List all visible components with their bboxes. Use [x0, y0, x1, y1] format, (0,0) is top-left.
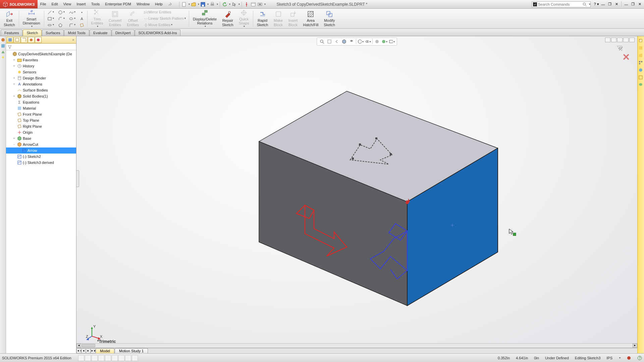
exit-sketch-button[interactable]: Exit Sketch	[1, 9, 17, 28]
lights-icon[interactable]	[1, 56, 5, 60]
taskpane-custom-props-icon[interactable]	[638, 75, 644, 80]
line-tool[interactable]: ▾	[46, 9, 56, 15]
slot-tool[interactable]: ▾	[46, 22, 56, 28]
taskpane-appearances-icon[interactable]	[638, 68, 644, 73]
macro-rec-btn[interactable]	[92, 355, 98, 361]
tab-features[interactable]: Features	[1, 29, 22, 36]
tree-item-surface-bodies[interactable]: Surface Bodies	[6, 87, 76, 93]
rectangle-tool[interactable]: ▾	[46, 16, 56, 22]
print-button[interactable]	[209, 1, 215, 7]
vp-link[interactable]	[629, 38, 635, 42]
scene-icon[interactable]	[1, 50, 5, 54]
menu-insert[interactable]: Insert	[74, 1, 89, 8]
tab-last[interactable]: ►►	[91, 349, 95, 353]
new-button[interactable]	[181, 1, 187, 7]
tab-dimxpert[interactable]: DimXpert	[112, 29, 135, 36]
fm-tab-display[interactable]	[35, 37, 42, 43]
linear-pattern-button[interactable]: Linear Sketch Pattern▾	[142, 16, 187, 22]
cancel-sketch-icon[interactable]: ✕	[622, 52, 630, 63]
options-button[interactable]	[250, 1, 256, 7]
modify-sketch-button[interactable]: Modify Sketch	[321, 9, 337, 28]
convert-entities-button[interactable]: Convert Entities	[106, 9, 124, 28]
expand-toggle[interactable]: +	[12, 64, 16, 68]
search-input[interactable]	[538, 2, 582, 6]
doc-restore[interactable]: ❐	[607, 1, 613, 7]
section-button[interactable]	[341, 39, 347, 45]
units-selector[interactable]	[78, 355, 84, 361]
spline-tool[interactable]: ▾	[67, 9, 77, 15]
select-dropdown[interactable]: ▾	[238, 3, 240, 6]
help-dropdown[interactable]: ? ▾	[593, 1, 599, 7]
doc-minimize[interactable]: —	[600, 1, 606, 7]
menu-pdm[interactable]: Enterprise PDM	[102, 1, 134, 8]
menu-window[interactable]: Window	[134, 1, 152, 8]
point-tool[interactable]	[78, 9, 86, 15]
screen-capture-button[interactable]	[257, 1, 263, 7]
view-orient-button[interactable]	[348, 39, 355, 45]
app-close[interactable]: ✕	[637, 1, 643, 7]
print-dropdown[interactable]: ▾	[217, 3, 218, 6]
tree-item-arrow[interactable]: Arrow	[6, 147, 76, 154]
menu-tools[interactable]: Tools	[89, 1, 103, 8]
tree-item-equations[interactable]: ΣEquations	[6, 99, 76, 105]
open-dropdown[interactable]: ▾	[198, 3, 199, 6]
vp-4[interactable]	[623, 38, 629, 42]
tree-item-arrowcut[interactable]: -ArrowCut	[6, 141, 76, 147]
tree-item--sketch2[interactable]: (-) Sketch2	[6, 154, 76, 160]
tab-prev[interactable]: ◄	[81, 349, 86, 353]
quickfilter-1[interactable]	[118, 355, 124, 361]
save-dropdown[interactable]: ▾	[207, 3, 209, 6]
taskpane-forum-icon[interactable]	[638, 82, 644, 88]
tree-item-origin[interactable]: Origin	[6, 129, 76, 135]
tree-item--sketch3-derived[interactable]: (-) Sketch3 derived	[6, 160, 76, 166]
tab-sketch[interactable]: Sketch	[23, 29, 42, 36]
tree-item-history[interactable]: +History	[6, 63, 76, 69]
quickfilter-2[interactable]	[125, 355, 131, 361]
capture-dropdown[interactable]: ▾	[264, 3, 266, 6]
trim-entities-button[interactable]: Trim Entities▾	[89, 9, 106, 28]
expand-toggle[interactable]: +	[12, 76, 16, 80]
expand-toggle[interactable]: +	[12, 82, 16, 86]
plane-tool[interactable]	[78, 22, 86, 28]
rebuild-button[interactable]	[244, 1, 250, 7]
polygon-tool[interactable]	[56, 22, 66, 28]
menu-file[interactable]: File	[38, 1, 49, 8]
circle-tool[interactable]: ▾	[56, 9, 66, 15]
measure-btn[interactable]	[85, 355, 91, 361]
taskpane-view-palette-icon[interactable]	[638, 60, 644, 66]
fm-expand-arrow[interactable]: »	[71, 38, 75, 42]
repair-sketch-button[interactable]: Repair Sketch	[220, 9, 236, 28]
fm-tab-property[interactable]	[14, 37, 20, 43]
taskpane-design-lib-icon[interactable]	[638, 46, 644, 51]
app-minimize[interactable]: —	[623, 1, 629, 7]
tree-root[interactable]: CopyDerivedSketchExample (De	[6, 51, 76, 57]
vp-single[interactable]	[605, 38, 610, 42]
search-dropdown[interactable]: ▾	[589, 3, 590, 6]
smart-dimension-button[interactable]: ⌀ Smart Dimension▾	[20, 9, 43, 28]
tab-model[interactable]: Model	[96, 348, 114, 353]
quickfilter-3[interactable]	[132, 355, 138, 361]
tree-item-material-not-specified-[interactable]: Material	[6, 105, 76, 111]
units-dropdown[interactable]: ▾	[619, 356, 621, 359]
help-status-icon[interactable]: ?	[637, 356, 642, 360]
fm-tab-config[interactable]	[21, 37, 28, 43]
open-button[interactable]	[191, 1, 197, 7]
display-style-button[interactable]: ▾	[358, 39, 364, 45]
prev-view-button[interactable]	[334, 39, 340, 45]
decal-icon[interactable]	[1, 44, 5, 48]
rapid-sketch-button[interactable]: Rapid Sketch	[255, 9, 271, 28]
search-commands[interactable]: ▾	[532, 1, 591, 7]
tree-item-annotations[interactable]: +AAnnotations	[6, 81, 76, 87]
scroll-right[interactable]: ►	[633, 344, 637, 348]
hide-show-button[interactable]: ▾	[365, 39, 371, 45]
fm-filter-bar[interactable]	[6, 44, 76, 50]
undo-button[interactable]	[222, 1, 228, 7]
expand-toggle[interactable]: +	[12, 58, 16, 62]
menu-help[interactable]: Help	[152, 1, 165, 8]
vp-h2[interactable]	[611, 38, 616, 42]
expand-toggle[interactable]: +	[12, 95, 16, 98]
taskpane-file-explorer-icon[interactable]	[638, 53, 644, 58]
tab-addins[interactable]: SOLIDWORKS Add-Ins	[135, 29, 181, 36]
save-button[interactable]	[200, 1, 206, 7]
mirror-entities-button[interactable]: Mirror Entities	[142, 9, 187, 15]
